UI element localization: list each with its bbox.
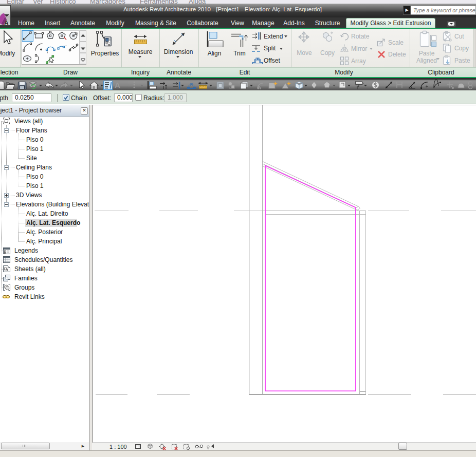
svg-text:A: A	[115, 81, 120, 89]
svg-text:A: A	[4, 20, 9, 25]
